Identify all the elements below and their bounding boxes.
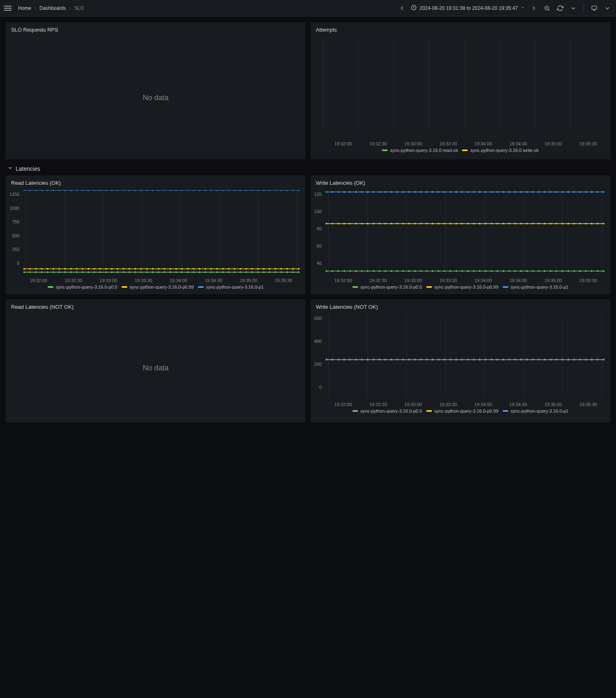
legend-label: sync-python-query-3.16.0 read-ok: [390, 148, 458, 153]
svg-point-84: [99, 268, 101, 270]
legend-swatch: [382, 149, 388, 151]
svg-point-140: [146, 190, 148, 191]
svg-point-265: [573, 223, 575, 224]
svg-point-92: [146, 268, 148, 270]
svg-point-75: [47, 268, 48, 270]
legend-item[interactable]: sync-python-query-3.16.0-p1: [198, 285, 264, 289]
no-data-label: No data: [6, 314, 305, 422]
svg-point-28: [53, 271, 55, 273]
svg-point-304: [520, 191, 522, 193]
svg-point-89: [129, 268, 131, 270]
panel-read-latencies-notok[interactable]: Read Latencies (NOT OK) No data: [6, 299, 306, 422]
svg-point-190: [414, 270, 416, 272]
svg-point-39: [117, 271, 119, 273]
svg-point-206: [508, 270, 510, 272]
svg-point-57: [222, 271, 224, 273]
panel-read-latencies-ok[interactable]: Read Latencies (OK) 125010007505002500 1…: [6, 175, 306, 294]
section-latencies-toggle[interactable]: Latencies: [6, 162, 610, 175]
svg-point-43: [140, 271, 142, 273]
svg-point-127: [70, 190, 72, 191]
svg-point-25: [35, 271, 37, 273]
svg-point-297: [479, 191, 481, 193]
svg-point-296: [473, 191, 475, 193]
svg-point-184: [379, 270, 381, 272]
toolbar-divider: [584, 4, 584, 13]
chart-plot[interactable]: [22, 190, 301, 274]
breadcrumb-dashboards[interactable]: Dashboards: [39, 5, 66, 11]
svg-point-455: [515, 359, 516, 360]
svg-point-156: [240, 190, 241, 191]
menu-toggle[interactable]: [4, 4, 13, 13]
legend-item[interactable]: sync-python-query-3.16.0 read-ok: [382, 148, 458, 153]
svg-point-191: [420, 270, 422, 272]
svg-point-443: [444, 359, 445, 360]
svg-point-470: [603, 359, 605, 360]
legend-item[interactable]: sync-python-query-3.16.0-p0.5: [48, 285, 117, 289]
svg-point-215: [562, 270, 563, 272]
svg-point-131: [94, 190, 95, 191]
legend-item[interactable]: sync-python-query-3.16.0-p0.99: [122, 285, 194, 289]
svg-point-278: [367, 191, 369, 193]
svg-point-229: [361, 223, 363, 224]
svg-point-81: [82, 268, 84, 270]
legend-item[interactable]: sync-python-query-3.16.0-p1: [503, 285, 569, 289]
svg-point-177: [338, 270, 339, 272]
legend-item[interactable]: sync-python-query-3.16.0-p0.5: [352, 285, 422, 289]
svg-point-153: [222, 190, 224, 191]
svg-point-100: [193, 268, 195, 270]
legend: sync-python-query-3.16.0-p0.5sync-python…: [311, 283, 610, 294]
panel-attempts[interactable]: Attempts 19:32:0019:3: [310, 22, 610, 159]
time-back-button[interactable]: [398, 4, 407, 13]
svg-point-274: [343, 191, 345, 193]
svg-point-61: [246, 271, 247, 273]
svg-point-232: [379, 223, 381, 224]
breadcrumb-home[interactable]: Home: [18, 5, 31, 11]
chart-plot[interactable]: [314, 37, 606, 137]
panel-slo-requests[interactable]: SLO Requests RPS No data: [6, 22, 306, 159]
monitor-button[interactable]: [590, 4, 599, 13]
legend-item[interactable]: sync-python-query-3.16.0-p0.99: [426, 409, 499, 413]
svg-point-118: [298, 268, 300, 270]
time-range-picker[interactable]: 2024-08-20 19:31:38 to 2024-08-20 19:35:…: [411, 5, 525, 12]
svg-point-32: [76, 271, 78, 273]
svg-point-66: [275, 271, 276, 273]
breadcrumb-sep: ›: [34, 5, 36, 11]
svg-point-290: [438, 191, 439, 193]
svg-point-314: [579, 191, 581, 193]
legend-label: sync-python-query-3.16.0-p0.5: [361, 409, 422, 413]
svg-point-68: [287, 271, 288, 273]
svg-point-138: [135, 190, 136, 191]
svg-point-182: [367, 270, 369, 272]
legend-item[interactable]: sync-python-query-3.16.0-p1: [503, 409, 569, 413]
svg-point-291: [444, 191, 445, 193]
legend-item[interactable]: sync-python-query-3.16.0-p0.5: [352, 409, 422, 413]
svg-point-175: [326, 270, 327, 272]
svg-point-192: [426, 270, 428, 272]
legend-item[interactable]: sync-python-query-3.16.0-p0.99: [426, 285, 499, 289]
kiosk-dropdown[interactable]: [603, 4, 612, 13]
svg-point-95: [164, 268, 165, 270]
chart-plot[interactable]: [324, 190, 606, 274]
svg-point-463: [562, 359, 563, 360]
svg-point-103: [211, 268, 212, 270]
legend: sync-python-query-3.16.0-p0.5sync-python…: [6, 283, 305, 294]
svg-point-78: [64, 268, 66, 270]
refresh-button[interactable]: [556, 4, 565, 13]
zoom-out-button[interactable]: [542, 4, 552, 13]
legend-label: sync-python-query-3.16.0-p1: [511, 285, 569, 289]
svg-point-444: [450, 359, 451, 360]
svg-point-37: [106, 271, 107, 273]
legend-item[interactable]: sync-python-query-3.16.0 write-ok: [462, 148, 538, 153]
svg-point-234: [391, 223, 392, 224]
svg-point-465: [573, 359, 575, 360]
refresh-interval-picker[interactable]: [569, 4, 578, 13]
panel-write-latencies-notok[interactable]: Write Latencies (NOT OK) 6004002000 19:3…: [310, 299, 610, 422]
svg-point-448: [473, 359, 475, 360]
svg-point-228: [355, 223, 357, 224]
panel-write-latencies-ok[interactable]: Write Latencies (OK) 120100806040 19:32:…: [310, 175, 610, 294]
svg-point-313: [573, 191, 575, 193]
time-forward-button[interactable]: [529, 4, 538, 13]
svg-point-461: [550, 359, 552, 360]
svg-point-260: [544, 223, 546, 224]
chart-plot[interactable]: [324, 314, 606, 398]
